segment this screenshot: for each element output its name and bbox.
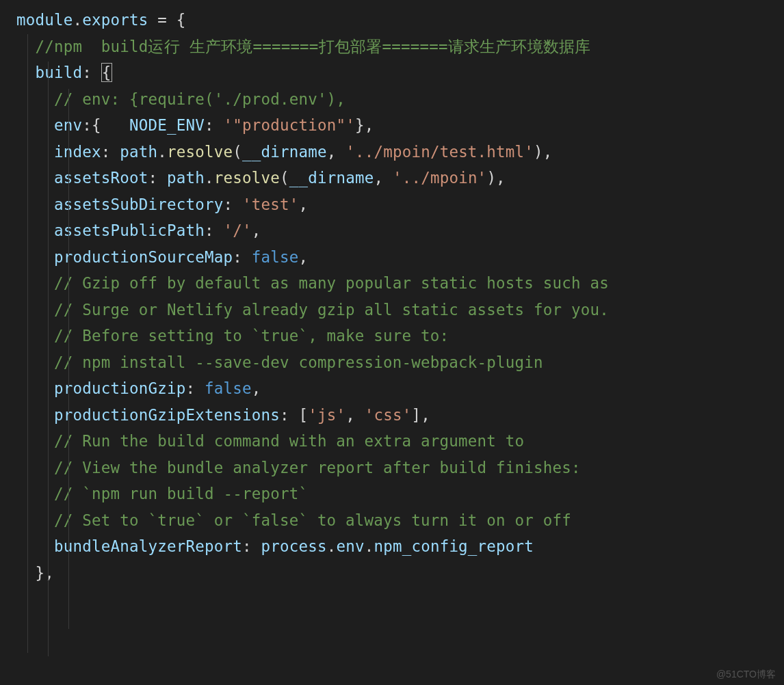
code-token: module [16, 11, 73, 29]
code-token: false [205, 379, 252, 397]
code-token: : [205, 116, 224, 134]
code-token: index [16, 143, 101, 161]
code-token: : [101, 143, 120, 161]
indent-guide-1 [27, 34, 28, 653]
code-token: . [73, 11, 82, 29]
code-token: : [148, 169, 167, 187]
code-token: NODE_ENV [129, 116, 205, 134]
code-token: : [82, 64, 101, 81]
code-token: , [252, 221, 261, 239]
code-token: : [185, 379, 205, 397]
code-comment: // env: {require('./prod.env'), [16, 90, 345, 108]
code-block: module.exports = { //npm build运行 生产环境===… [0, 0, 784, 586]
code-token: env [16, 116, 82, 134]
code-comment: // Set to `true` or `false` to always tu… [16, 511, 571, 529]
code-comment: // View the bundle analyzer report after… [16, 459, 581, 476]
code-token: , [252, 379, 261, 397]
code-token: . [205, 169, 214, 187]
code-string: 'test' [242, 196, 298, 213]
code-token: resolve [167, 143, 233, 161]
code-comment: // npm install --save-dev compression-we… [16, 353, 543, 371]
code-token: . [157, 143, 167, 161]
code-token: env [336, 537, 364, 555]
code-token: ], [411, 406, 430, 424]
code-token: ( [280, 169, 289, 187]
code-token: __dirname [289, 169, 374, 187]
code-token: assetsRoot [16, 169, 148, 187]
indent-guide-3 [68, 89, 69, 629]
code-comment: // `npm run build --report` [16, 485, 308, 502]
cursor-bracket: { [101, 63, 113, 82]
code-comment: // Run the build command with an extra a… [16, 432, 524, 450]
code-token: productionGzip [16, 379, 185, 397]
code-token: . [365, 537, 374, 555]
code-token: , [298, 196, 308, 213]
code-token: . [327, 537, 337, 555]
watermark: @51CTO博客 [716, 669, 776, 681]
code-token: ), [486, 169, 506, 187]
code-token: assetsPublicPath [16, 221, 205, 239]
code-token: path [120, 143, 157, 161]
code-token: path [167, 169, 205, 187]
code-token: ( [233, 143, 242, 161]
indent-guide-2 [48, 62, 49, 656]
code-token: : [ [280, 406, 308, 424]
code-token: , [374, 169, 393, 187]
code-token: :{ [82, 116, 129, 134]
code-token: bundleAnalyzerReport [16, 537, 242, 555]
code-token: build [16, 64, 82, 81]
code-token: : [223, 196, 242, 213]
code-token: npm_config_report [374, 537, 534, 555]
code-token: }, [355, 116, 374, 134]
code-token: ), [534, 143, 553, 161]
code-string: '"production"' [223, 116, 354, 134]
code-string: '../mpoin/test.html' [345, 143, 534, 161]
code-string: '/' [223, 221, 251, 239]
code-string: 'js' [308, 406, 345, 424]
code-token: , [327, 143, 346, 161]
code-token: , [298, 248, 308, 266]
code-token: productionGzipExtensions [16, 406, 280, 424]
code-token: , [345, 406, 365, 424]
code-string: '../mpoin' [393, 169, 486, 187]
code-token: : [205, 221, 224, 239]
code-token: __dirname [242, 143, 327, 161]
code-token: : [242, 537, 261, 555]
code-comment: // Before setting to `true`, make sure t… [16, 327, 449, 345]
code-token: productionSourceMap [16, 248, 233, 266]
code-string: 'css' [365, 406, 412, 424]
code-token: exports [82, 11, 148, 29]
code-token: false [252, 248, 299, 266]
code-comment: // Gzip off by default as many popular s… [16, 274, 609, 292]
code-token: = { [148, 11, 185, 29]
code-comment: // Surge or Netlify already gzip all sta… [16, 301, 609, 319]
code-token: resolve [214, 169, 280, 187]
code-token: : [233, 248, 252, 266]
code-token: process [261, 537, 326, 555]
code-comment: //npm build运行 生产环境=======打包部署=======请求生产… [16, 38, 590, 55]
